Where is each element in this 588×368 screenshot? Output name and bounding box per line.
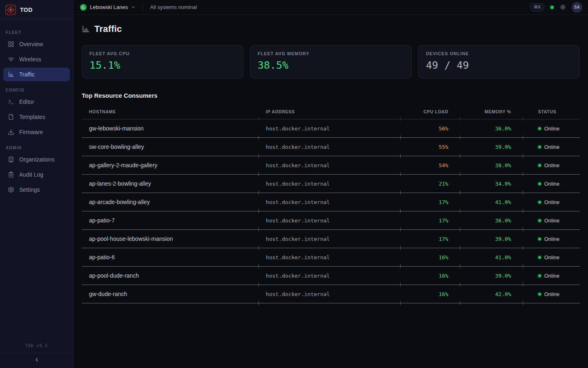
cpu-load-cell: 17% xyxy=(400,230,460,248)
cpu-load-cell: 21% xyxy=(400,175,460,193)
column-header-status: STATUS xyxy=(523,104,580,119)
stat-value: 49 / 49 xyxy=(426,59,572,71)
sidebar-item-label: Templates xyxy=(19,114,45,120)
online-status-dot xyxy=(538,219,541,222)
status-label: Online xyxy=(544,181,560,187)
sidebar-item-label: Settings xyxy=(19,186,40,193)
memory-cell: 39.0% xyxy=(460,230,523,248)
table-header-row: HOSTNAME IP ADDRESS CPU LOAD MEMORY % ST… xyxy=(82,104,580,119)
sidebar-collapse-button[interactable] xyxy=(0,353,73,368)
clipboard-icon xyxy=(8,171,14,178)
sidebar-item-traffic[interactable]: Traffic xyxy=(3,67,70,81)
stat-label: DEVICES ONLINE xyxy=(426,51,572,56)
ip-address-cell: host.docker.internal xyxy=(258,119,400,138)
status-label: Online xyxy=(544,144,560,150)
table-row: ap-pool-dude-ranchhost.docker.internal16… xyxy=(82,267,580,285)
memory-cell: 36.0% xyxy=(460,119,523,138)
sidebar-section-config: CONFIG xyxy=(6,88,67,92)
cpu-load-cell: 16% xyxy=(400,267,460,285)
ip-address-cell: host.docker.internal xyxy=(258,211,400,230)
memory-cell: 41.0% xyxy=(460,248,523,267)
memory-cell: 41.0% xyxy=(460,193,523,211)
status-cell: Online xyxy=(523,175,580,193)
org-switcher[interactable]: L Lebowski Lanes xyxy=(80,4,136,11)
table-row: gw-lebowski-mansionhost.docker.internal5… xyxy=(82,119,580,138)
sidebar-item-firmware[interactable]: Firmware xyxy=(3,125,70,139)
sidebar-item-organizations[interactable]: Organizations xyxy=(3,153,70,166)
stat-card-devices-online: DEVICES ONLINE 49 / 49 xyxy=(418,45,580,79)
hostname-cell: ap-gallery-2-maude-gallery xyxy=(82,156,258,175)
status-label: Online xyxy=(544,126,560,132)
status-cell: Online xyxy=(523,248,580,267)
memory-cell: 34.0% xyxy=(460,175,523,193)
status-cell: Online xyxy=(523,119,580,138)
online-status-dot xyxy=(538,164,541,167)
bar-chart-icon xyxy=(82,25,90,33)
sidebar-footer: TOD v9.5 xyxy=(0,339,73,368)
table-row: sw-core-bowling-alleyhost.docker.interna… xyxy=(82,138,580,156)
column-header-ip-address: IP ADDRESS xyxy=(258,104,400,119)
status-label: Online xyxy=(544,254,560,260)
device-table-wrap: HOSTNAME IP ADDRESS CPU LOAD MEMORY % ST… xyxy=(82,104,580,303)
column-header-memory: MEMORY % xyxy=(460,104,523,119)
building-icon xyxy=(8,156,14,163)
status-cell: Online xyxy=(523,267,580,285)
status-cell: Online xyxy=(523,138,580,156)
hostname-cell: ap-patio-6 xyxy=(82,248,258,267)
online-status-dot xyxy=(538,146,541,148)
ip-address-cell: host.docker.internal xyxy=(258,156,400,175)
table-row: ap-patio-6host.docker.internal16%41.0%On… xyxy=(82,248,580,267)
stat-label: FLEET AVG MEMORY xyxy=(258,51,404,56)
status-label: Online xyxy=(544,162,560,168)
status-label: Online xyxy=(544,218,560,224)
ip-address-cell: host.docker.internal xyxy=(258,138,400,156)
device-table: HOSTNAME IP ADDRESS CPU LOAD MEMORY % ST… xyxy=(82,104,580,303)
hostname-cell: ap-arcade-bowling-alley xyxy=(82,193,258,211)
table-row: ap-lanes-2-bowling-alleyhost.docker.inte… xyxy=(82,175,580,193)
ip-address-cell: host.docker.internal xyxy=(258,248,400,267)
ip-address-cell: host.docker.internal xyxy=(258,267,400,285)
wifi-icon xyxy=(8,56,14,63)
chevron-down-icon xyxy=(131,5,136,9)
main-area: L Lebowski Lanes All systems nominal ⌘K … xyxy=(74,0,588,368)
sidebar-item-wireless[interactable]: Wireless xyxy=(3,52,70,66)
app-logo-icon xyxy=(5,4,16,15)
grid-icon xyxy=(8,41,14,47)
stat-card-fleet-avg-memory: FLEET AVG MEMORY 38.5% xyxy=(250,45,412,79)
online-status-dot xyxy=(538,293,541,296)
sidebar-item-editor[interactable]: Editor xyxy=(3,95,70,109)
memory-cell: 38.0% xyxy=(460,156,523,175)
sidebar-item-label: Wireless xyxy=(19,56,41,63)
table-row: ap-pool-house-lebowski-mansionhost.docke… xyxy=(82,230,580,248)
table-section-title: Top Resource Consumers xyxy=(82,92,580,99)
hostname-cell: ap-pool-dude-ranch xyxy=(82,267,258,285)
stat-value: 38.5% xyxy=(258,59,404,71)
app-version: TOD v9.5 xyxy=(0,339,73,353)
system-status-message: All systems nominal xyxy=(150,4,197,10)
sidebar-item-label: Overview xyxy=(19,41,43,47)
online-status-dot xyxy=(538,182,541,185)
sidebar-section-admin: ADMIN xyxy=(6,146,67,150)
sidebar-item-overview[interactable]: Overview xyxy=(3,37,70,51)
app-home[interactable]: TOD xyxy=(0,0,73,20)
status-cell: Online xyxy=(523,285,580,303)
column-header-hostname: HOSTNAME xyxy=(82,104,258,119)
user-avatar[interactable]: SA xyxy=(572,2,582,13)
sidebar-item-settings[interactable]: Settings xyxy=(3,183,70,197)
hostname-cell: ap-lanes-2-bowling-alley xyxy=(82,175,258,193)
cpu-load-cell: 16% xyxy=(400,248,460,267)
status-label: Online xyxy=(544,273,560,279)
page-content: Traffic FLEET AVG CPU 15.1% FLEET AVG ME… xyxy=(74,15,588,368)
status-label: Online xyxy=(544,291,560,297)
command-palette-shortcut[interactable]: ⌘K xyxy=(530,3,544,11)
cpu-load-cell: 17% xyxy=(400,211,460,230)
memory-cell: 39.0% xyxy=(460,138,523,156)
sidebar-item-audit-log[interactable]: Audit Log xyxy=(3,168,70,182)
ip-address-cell: host.docker.internal xyxy=(258,230,400,248)
sidebar-item-templates[interactable]: Templates xyxy=(3,110,70,124)
ip-address-cell: host.docker.internal xyxy=(258,175,400,193)
sidebar-item-label: Editor xyxy=(19,99,34,105)
page-title: Traffic xyxy=(94,24,122,34)
terminal-icon xyxy=(8,99,14,105)
sun-icon[interactable] xyxy=(560,4,566,10)
